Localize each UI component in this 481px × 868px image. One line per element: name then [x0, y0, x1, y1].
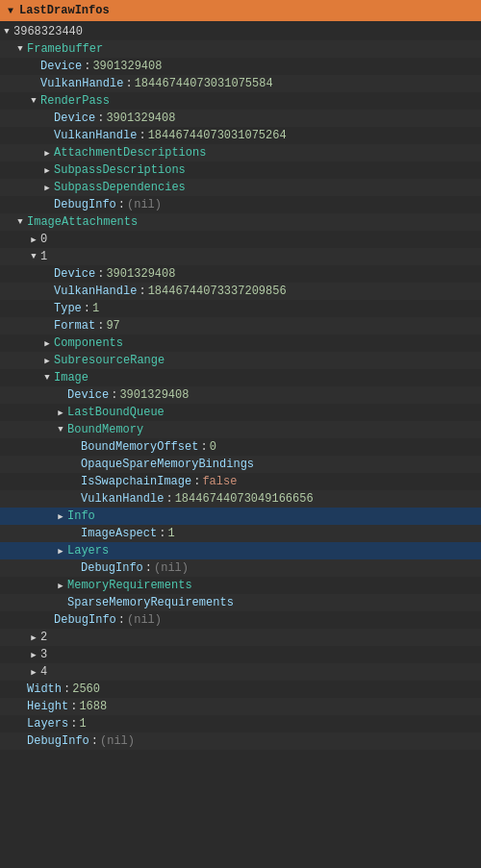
tree-row[interactable]: 3 [0, 646, 481, 663]
tree-row[interactable]: SparseMemoryRequirements [0, 594, 481, 611]
plain-label: 1 [40, 250, 47, 263]
tree-row[interactable]: VulkanHandle: 18446744073031075584 [0, 75, 481, 92]
tree-row[interactable]: VulkanHandle: 18446744073337209856 [0, 283, 481, 300]
tree-row[interactable]: Height: 1688 [0, 698, 481, 715]
key-label: Device [54, 267, 95, 281]
toggle-collapsed[interactable] [40, 183, 54, 193]
tree-row[interactable]: Image [0, 369, 481, 386]
value-label: 1688 [79, 700, 107, 713]
key-label: DebugInfo [27, 734, 89, 748]
value-label: (nil) [100, 734, 135, 748]
toggle-collapsed[interactable] [54, 511, 67, 522]
key-label: BoundMemoryOffset [81, 440, 198, 454]
toggle-collapsed[interactable] [40, 148, 54, 159]
tree-row[interactable]: VulkanHandle: 18446744073031075264 [0, 127, 481, 144]
tree-row[interactable]: IsSwapchainImage: false [0, 473, 481, 490]
toggle-expanded[interactable] [27, 252, 40, 261]
toggle-expanded[interactable] [13, 217, 27, 227]
toggle-expanded[interactable] [54, 425, 67, 434]
toggle-collapsed[interactable] [54, 408, 67, 418]
toggle-expanded[interactable] [0, 27, 13, 37]
tree-row[interactable]: SubresourceRange [0, 352, 481, 369]
value-label: 3901329408 [92, 60, 162, 73]
value-label: 3901329408 [106, 267, 175, 281]
tree-row[interactable]: Device: 3901329408 [0, 110, 481, 127]
key-label: VulkanHandle [40, 77, 123, 90]
tree-row[interactable]: SubpassDependencies [0, 179, 481, 196]
key-label: OpaqueSpareMemoryBindings [81, 458, 254, 471]
plain-label: 3 [40, 648, 47, 661]
tree-row[interactable]: Components [0, 335, 481, 352]
section-label: BoundMemory [67, 423, 143, 436]
tree-row[interactable]: RenderPass [0, 92, 481, 110]
plain-label: 0 [40, 233, 47, 246]
toggle-collapsed[interactable] [27, 650, 40, 660]
tree-row[interactable]: Layers: 1 [0, 715, 481, 732]
key-label: Width [27, 682, 62, 696]
tree-row[interactable]: SubpassDescriptions [0, 161, 481, 179]
tree-row[interactable]: BoundMemoryOffset: 0 [0, 438, 481, 456]
section-label: Info [67, 509, 95, 523]
plain-label: 3968323440 [13, 25, 83, 38]
tree-row[interactable]: 4 [0, 663, 481, 681]
tree-row[interactable]: ImageAttachments [0, 213, 481, 231]
tree-row[interactable]: Device: 3901329408 [0, 265, 481, 283]
value-label: (nil) [154, 561, 189, 575]
value-label: 18446744073031075584 [135, 77, 273, 90]
tree-row[interactable]: Width: 2560 [0, 681, 481, 698]
value-label: (nil) [127, 198, 162, 211]
toggle-collapsed[interactable] [40, 165, 54, 176]
toggle-collapsed[interactable] [27, 235, 40, 245]
value-label: 0 [210, 440, 216, 454]
plain-label: 4 [40, 665, 47, 679]
key-label: DebugInfo [81, 561, 143, 575]
toggle-expanded[interactable] [40, 373, 54, 383]
toggle-collapsed[interactable] [40, 338, 54, 349]
key-label: Height [27, 700, 68, 713]
section-label: Components [54, 336, 123, 350]
title-arrow: ▼ [8, 6, 13, 16]
tree-row[interactable]: VulkanHandle: 18446744073049166656 [0, 490, 481, 508]
section-label: Image [54, 371, 89, 384]
tree-row[interactable]: DebugInfo: (nil) [0, 559, 481, 577]
tree-row[interactable]: Framebuffer [0, 40, 481, 58]
tree-row[interactable]: Info [0, 508, 481, 525]
tree-row[interactable]: DebugInfo: (nil) [0, 611, 481, 629]
tree-row[interactable]: ImageAspect: 1 [0, 525, 481, 542]
key-label: VulkanHandle [81, 492, 164, 506]
key-label: DebugInfo [54, 613, 116, 627]
tree-row[interactable]: Format: 97 [0, 317, 481, 335]
tree-row[interactable]: 0 [0, 231, 481, 248]
tree-row[interactable]: AttachmentDescriptions [0, 144, 481, 161]
key-label: ImageAspect [81, 527, 157, 540]
value-label: 1 [167, 527, 174, 540]
toggle-expanded[interactable] [13, 44, 27, 54]
tree-row[interactable]: DebugInfo: (nil) [0, 732, 481, 750]
section-label: LastBoundQueue [67, 406, 165, 419]
tree-row[interactable]: 1 [0, 248, 481, 265]
tree-row[interactable]: Device: 3901329408 [0, 58, 481, 75]
tree-row[interactable]: Layers [0, 542, 481, 559]
key-label: Type [54, 302, 82, 315]
tree-row[interactable]: 3968323440 [0, 23, 481, 40]
toggle-collapsed[interactable] [40, 356, 54, 366]
section-label: RenderPass [40, 94, 110, 108]
key-label: Device [40, 60, 82, 73]
tree-row[interactable]: LastBoundQueue [0, 404, 481, 421]
toggle-collapsed[interactable] [27, 667, 40, 678]
tree-row[interactable]: MemoryRequirements [0, 577, 481, 594]
section-label: Framebuffer [27, 42, 103, 56]
tree-row[interactable]: BoundMemory [0, 421, 481, 438]
key-label: Layers [27, 717, 68, 731]
tree-row[interactable]: OpaqueSpareMemoryBindings [0, 456, 481, 473]
toggle-collapsed[interactable] [54, 581, 67, 591]
value-label: 3901329408 [106, 112, 175, 125]
tree-row[interactable]: DebugInfo: (nil) [0, 196, 481, 213]
toggle-expanded[interactable] [27, 96, 40, 106]
tree-row[interactable]: 2 [0, 629, 481, 646]
value-label: 18446744073031075264 [148, 129, 287, 142]
tree-row[interactable]: Device: 3901329408 [0, 386, 481, 404]
tree-row[interactable]: Type: 1 [0, 300, 481, 317]
toggle-collapsed[interactable] [27, 632, 40, 643]
toggle-collapsed[interactable] [54, 546, 67, 557]
